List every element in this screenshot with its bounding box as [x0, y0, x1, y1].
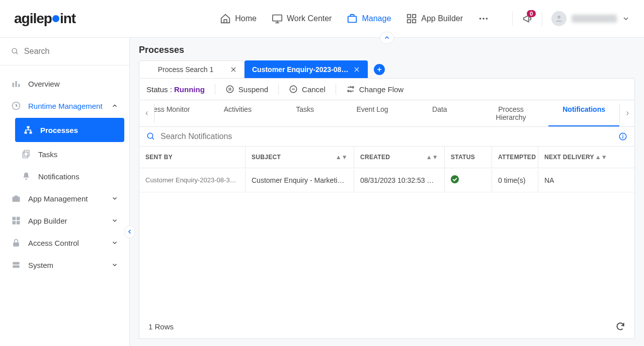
col-subject[interactable]: SUBJECT	[252, 154, 281, 161]
cell-sent-by: Customer Enquiry-2023-08-31T…	[139, 169, 245, 191]
status-ok-icon	[451, 175, 459, 183]
table-row[interactable]: Customer Enquiry-2023-08-31T… Customer E…	[139, 168, 634, 192]
nav-app-builder[interactable]: App Builder	[406, 13, 463, 24]
sidebar-item-tasks[interactable]: Tasks	[10, 143, 129, 165]
tab-label: Process Search 1	[146, 65, 225, 74]
svg-rect-23	[13, 217, 16, 221]
svg-rect-26	[17, 221, 20, 225]
collapse-top-button[interactable]	[380, 32, 394, 44]
sidebar-item-system[interactable]: System	[0, 254, 129, 276]
svg-point-33	[352, 87, 354, 88]
subtab-process-monitor[interactable]: ess Monitor	[154, 100, 204, 126]
close-icon[interactable]	[353, 66, 360, 73]
col-sent-by[interactable]: SENT BY	[145, 154, 173, 161]
subtab-scroll-left[interactable]	[139, 104, 154, 123]
nav-work-center[interactable]: Work Center	[272, 13, 332, 24]
chevron-down-icon	[111, 239, 118, 246]
svg-rect-24	[17, 217, 20, 221]
subtab-tasks[interactable]: Tasks	[271, 100, 339, 126]
svg-rect-19	[23, 152, 28, 158]
copy-icon	[21, 149, 31, 159]
tabs-row: Process Search 1 Customer Enquiry-2023-0…	[130, 60, 644, 78]
sidebar-item-notifications[interactable]: Notifications	[10, 165, 129, 187]
briefcase-icon	[347, 13, 358, 24]
username	[572, 15, 617, 23]
avatar	[551, 11, 567, 26]
svg-rect-32	[292, 89, 295, 90]
user-icon	[554, 14, 564, 23]
sidebar-label: App Builder	[28, 217, 67, 225]
sidebar-item-app-management[interactable]: App Management	[0, 187, 129, 210]
sidebar-item-processes[interactable]: Processes	[15, 118, 124, 142]
col-status[interactable]: STATUS	[451, 154, 475, 161]
sidebar-search-input[interactable]	[24, 47, 118, 56]
subtab-event-log[interactable]: Event Log	[339, 100, 406, 126]
nav-manage[interactable]: Manage	[347, 13, 391, 24]
subtab-scroll-right[interactable]	[619, 104, 634, 123]
cell-status	[444, 168, 492, 192]
subtab-activities[interactable]: Activities	[204, 100, 271, 126]
sidebar-label: Notifications	[38, 172, 79, 181]
sidebar-label: Access Control	[28, 239, 79, 247]
subtab-notifications[interactable]: Notifications	[548, 100, 619, 126]
svg-rect-28	[13, 262, 19, 264]
nav-home[interactable]: Home	[220, 13, 257, 24]
svg-point-7	[482, 18, 485, 20]
col-created[interactable]: CREATED	[360, 154, 390, 161]
home-icon	[220, 13, 231, 24]
suspend-button[interactable]: Suspend	[225, 85, 268, 94]
sidebar-list: Overview Runtime Management Processes Ta…	[0, 65, 129, 276]
sidebar-label: App Management	[28, 194, 88, 203]
grid-footer: 1 Rows	[139, 314, 634, 338]
chevron-down-icon	[622, 15, 630, 23]
svg-rect-22	[15, 195, 18, 197]
notifications-search-input[interactable]	[160, 132, 613, 141]
svg-rect-21	[13, 197, 20, 202]
svg-rect-13	[18, 84, 20, 87]
col-next-delivery[interactable]: NEXT DELIVERY	[544, 154, 594, 161]
sitemap-icon	[23, 125, 33, 135]
subtab-data[interactable]: Data	[406, 100, 473, 126]
grid-header: SENT BY SUBJECT▲▼ CREATED▲▼ STATUS ATTEM…	[139, 146, 634, 168]
status-label: Status :	[146, 85, 172, 94]
close-icon[interactable]	[230, 66, 237, 73]
tab-customer-enquiry[interactable]: Customer Enquiry-2023-08…	[245, 60, 368, 78]
row-count: 1 Rows	[148, 322, 174, 331]
tab-label: Customer Enquiry-2023-08…	[252, 65, 348, 74]
main: Overview Runtime Management Processes Ta…	[0, 38, 644, 346]
tab-process-search[interactable]: Process Search 1	[139, 60, 245, 78]
cell-next-delivery: NA	[538, 169, 613, 191]
sidebar-search[interactable]	[0, 47, 129, 65]
svg-point-34	[348, 90, 349, 92]
sort-icon[interactable]: ▲▼	[336, 154, 348, 161]
info-button[interactable]	[618, 132, 627, 141]
user-menu[interactable]	[551, 11, 630, 26]
announcements-button[interactable]: 0	[522, 13, 533, 24]
subtab-hierarchy[interactable]: Process Hierarchy	[473, 100, 548, 126]
nav-app-builder-label: App Builder	[421, 14, 463, 23]
collapse-sidebar-button[interactable]	[125, 225, 135, 238]
nav-more[interactable]	[478, 13, 489, 24]
change-flow-button[interactable]: Change Flow	[346, 85, 404, 94]
sort-icon[interactable]: ▲▼	[426, 154, 438, 161]
sidebar-item-overview[interactable]: Overview	[0, 73, 129, 95]
sidebar-label: System	[28, 261, 53, 269]
subtab-label: Tasks	[296, 105, 314, 113]
divider	[542, 11, 542, 26]
chevron-down-icon	[111, 217, 118, 224]
refresh-button[interactable]	[615, 321, 625, 331]
sort-icon[interactable]: ▲▼	[595, 154, 607, 161]
more-icon	[478, 13, 489, 24]
chevron-left-icon	[144, 110, 150, 116]
tool-label: Cancel	[302, 85, 326, 94]
svg-rect-5	[413, 20, 416, 23]
toolbox-icon	[11, 193, 21, 203]
sidebar-item-access-control[interactable]: Access Control	[0, 232, 129, 254]
sidebar-item-runtime[interactable]: Runtime Management	[0, 95, 129, 117]
cancel-button[interactable]: Cancel	[289, 85, 326, 94]
add-tab-button[interactable]	[374, 64, 385, 75]
subtab-bar: ess Monitor Activities Tasks Event Log D…	[139, 100, 635, 127]
sidebar-item-app-builder[interactable]: App Builder	[0, 210, 129, 232]
col-attempted[interactable]: ATTEMPTED	[498, 154, 536, 161]
flow-icon	[346, 85, 355, 94]
